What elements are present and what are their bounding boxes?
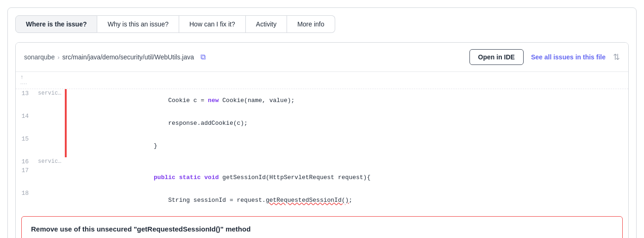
file-header: sonarqube › src/main/java/demo/security/… [16, 43, 628, 72]
table-row: 15 } [16, 135, 628, 157]
line-number: 16 [16, 157, 34, 166]
breadcrumb-chevron: › [57, 54, 59, 61]
scope-label [34, 135, 65, 157]
code-content: String sessionId = request.getRequestedS… [67, 189, 628, 212]
line-number: 14 [16, 112, 34, 135]
scope-label: servic… [34, 157, 65, 166]
file-path: sonarqube › src/main/java/demo/security/… [24, 53, 206, 61]
see-all-issues-link[interactable]: See all issues in this file [531, 53, 606, 61]
scope-label [34, 189, 65, 212]
code-content: } [67, 135, 628, 157]
code-content: Cookie c = new Cookie(name, value); [67, 89, 628, 112]
tab-why-is-issue[interactable]: Why is this an issue? [97, 15, 179, 33]
breadcrumb-root: sonarqube [24, 53, 55, 61]
line-number: 13 [16, 89, 34, 112]
collapse-icon: ↑···· [20, 74, 27, 87]
tab-more-info[interactable]: More info [287, 15, 335, 33]
tab-activity[interactable]: Activity [246, 15, 287, 33]
file-name: src/main/java/demo/security/util/WebUtil… [63, 53, 194, 61]
main-container: Where is the issue? Why is this an issue… [7, 7, 637, 238]
scope-label: servic… [34, 89, 65, 112]
code-area: ↑···· 13 servic… Cookie c = new Cookie(n… [16, 72, 628, 238]
file-header-actions: Open in IDE See all issues in this file … [469, 49, 620, 65]
code-content: response.addCookie(c); [67, 112, 628, 135]
scope-label [34, 112, 65, 135]
table-row: 18 String sessionId = request.getRequest… [16, 189, 628, 212]
table-row: 14 response.addCookie(c); [16, 112, 628, 135]
code-table: 13 servic… Cookie c = new Cookie(name, v… [16, 89, 628, 212]
tab-how-fix[interactable]: How can I fix it? [179, 15, 246, 33]
tabs-bar: Where is the issue? Why is this an issue… [15, 15, 629, 33]
code-content: public static void getSessionId(HttpServ… [67, 166, 628, 189]
collapse-row[interactable]: ↑···· [16, 72, 628, 89]
code-content [67, 157, 628, 166]
issue-message-box: Remove use of this unsecured "getRequest… [21, 216, 623, 238]
file-panel: sonarqube › src/main/java/demo/security/… [15, 42, 629, 238]
table-row: 13 servic… Cookie c = new Cookie(name, v… [16, 89, 628, 112]
issue-message-text: Remove use of this unsecured "getRequest… [31, 225, 250, 233]
line-number: 17 [16, 166, 34, 189]
tab-where-is-issue[interactable]: Where is the issue? [15, 15, 97, 33]
table-row: 16 servic… [16, 157, 628, 166]
line-number: 15 [16, 135, 34, 157]
table-row: 17 public static void getSessionId(HttpS… [16, 166, 628, 189]
expand-icon[interactable]: ⇅ [613, 52, 620, 62]
open-in-ide-button[interactable]: Open in IDE [469, 49, 524, 65]
copy-icon[interactable]: ⧉ [200, 53, 206, 61]
line-number: 18 [16, 189, 34, 212]
scope-label [34, 166, 65, 189]
